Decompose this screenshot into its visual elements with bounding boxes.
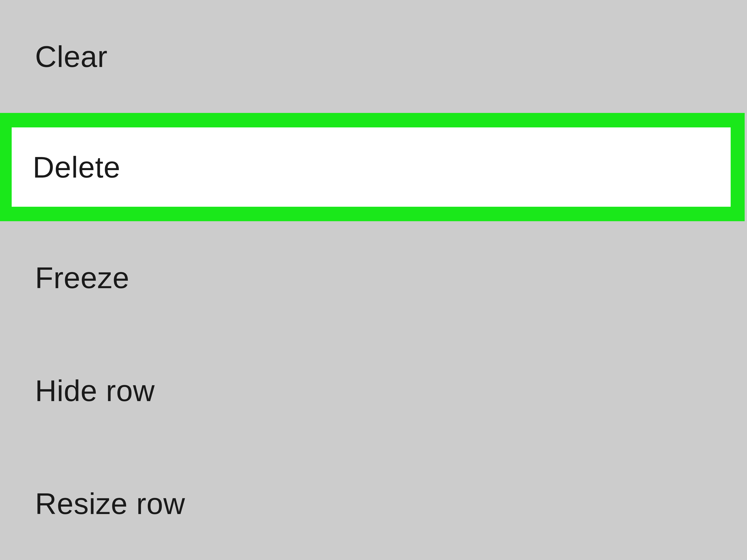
menu-item-label: Hide row bbox=[35, 374, 155, 408]
menu-item-hide-row[interactable]: Hide row bbox=[0, 334, 747, 447]
menu-item-label: Clear bbox=[35, 39, 108, 74]
menu-item-delete-highlight: Delete bbox=[0, 113, 745, 221]
context-menu: Clear Delete Freeze Hide row Resize row bbox=[0, 0, 747, 560]
menu-item-label: Resize row bbox=[35, 486, 185, 521]
menu-item-clear[interactable]: Clear bbox=[0, 0, 747, 113]
menu-item-resize-row[interactable]: Resize row bbox=[0, 447, 747, 560]
menu-item-label: Delete bbox=[33, 150, 121, 184]
menu-item-freeze[interactable]: Freeze bbox=[0, 221, 747, 334]
highlight-border: Delete bbox=[0, 113, 745, 221]
menu-item-delete[interactable]: Delete bbox=[12, 127, 731, 207]
menu-item-label: Freeze bbox=[35, 261, 129, 295]
